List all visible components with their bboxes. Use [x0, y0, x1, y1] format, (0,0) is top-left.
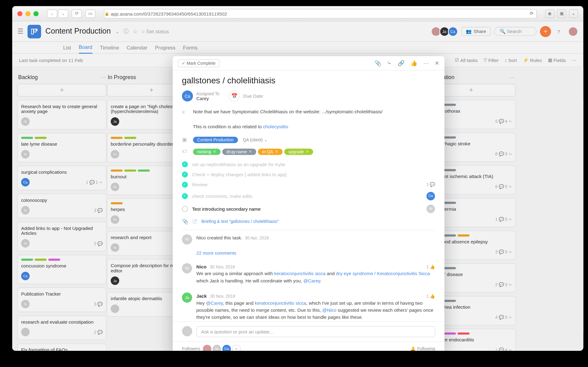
- more-comments-link[interactable]: 22 more comments: [182, 249, 435, 259]
- filter-button[interactable]: ▽ Filter: [484, 57, 499, 63]
- column-menu-icon[interactable]: ⋯: [100, 74, 106, 80]
- reader-icon[interactable]: ◉: [545, 9, 554, 18]
- like-count[interactable]: 1 👍: [426, 293, 435, 300]
- mark-complete-button[interactable]: ✓ Mark Complete: [178, 59, 219, 67]
- fields-button[interactable]: ▦ Fields: [548, 57, 566, 63]
- like-count[interactable]: 1 👍: [426, 263, 435, 270]
- chevron-down-icon[interactable]: ⌄: [115, 28, 119, 34]
- task-card[interactable]: Added links to app - Not Upgraded Articl…: [17, 222, 107, 251]
- url-bar[interactable]: 🔒 app.asana.com/0/372623796340450/654130…: [104, 9, 536, 18]
- link[interactable]: @Nico: [322, 307, 336, 313]
- sidebar-toggle[interactable]: ▭: [85, 9, 95, 18]
- reload-icon[interactable]: ⟳: [530, 11, 534, 16]
- window-close[interactable]: [17, 11, 23, 16]
- task-card[interactable]: colonoscopyNi3 💬: [17, 194, 107, 218]
- tab-board[interactable]: Board: [79, 44, 93, 54]
- add-task-button[interactable]: +: [17, 84, 107, 96]
- subtask-row[interactable]: Test introducing secondary nameNi: [182, 202, 435, 215]
- assignee-field[interactable]: Ca Assigned To Carey: [182, 91, 220, 102]
- remove-tag-icon[interactable]: ✕: [249, 150, 252, 154]
- task-card[interactable]: surgical complicationsCa1 💬 1 ⤷: [17, 166, 107, 191]
- copy-link-icon[interactable]: 🔗: [398, 60, 404, 67]
- sort-button[interactable]: ↕ Sort: [505, 57, 517, 63]
- remove-tag-icon[interactable]: ✕: [213, 150, 216, 154]
- subtask-row[interactable]: ✓check comments, make editsCa: [182, 190, 435, 203]
- subtask-row[interactable]: ✓Review1 💬: [182, 180, 435, 190]
- check-done-icon[interactable]: ✓: [182, 182, 188, 187]
- tab-list[interactable]: List: [63, 45, 71, 50]
- share-button[interactable]: 👥 Share: [461, 27, 491, 36]
- task-title[interactable]: gallstones / cholelithiasis: [182, 76, 435, 85]
- tab-calendar[interactable]: Calendar: [127, 45, 148, 50]
- task-description[interactable]: Note that we have Symptomatic Cholelithi…: [193, 108, 382, 131]
- member-avatars[interactable]: Ja Ca: [433, 26, 458, 36]
- tag-pill[interactable]: in-QA ✕: [258, 149, 283, 155]
- link[interactable]: @Carey: [303, 278, 320, 283]
- menu-icon[interactable]: ☰: [17, 27, 27, 35]
- tabs-icon[interactable]: ▣: [557, 9, 566, 18]
- link[interactable]: dry eye syndrome / Keratoconjunctivitis …: [336, 271, 430, 276]
- tag-pill[interactable]: drug-name ✕: [222, 149, 257, 155]
- comment-date: 30 Nov, 2018: [210, 263, 235, 270]
- card-title: Added links to app - Not Upgraded Articl…: [21, 226, 103, 236]
- task-card[interactable]: concussion syndromeCa: [17, 255, 107, 284]
- subtask-row[interactable]: ✓set up nephrolithiasis as an upgrade fo…: [182, 159, 435, 169]
- close-icon[interactable]: ✕: [435, 60, 439, 67]
- check-done-icon[interactable]: ✓: [182, 193, 188, 199]
- check-empty-icon[interactable]: [182, 206, 188, 212]
- task-card[interactable]: research and evaluate constipation2 💬: [17, 315, 107, 340]
- all-tasks-filter[interactable]: ☑ All tasks: [455, 57, 478, 63]
- card-title: research and evaluate constipation: [21, 319, 103, 325]
- add-button[interactable]: +: [540, 26, 551, 37]
- task-card[interactable]: Fix formatting of FAQs: [17, 343, 107, 351]
- remove-tag-icon[interactable]: ✕: [306, 150, 309, 154]
- subtask-title: Review: [192, 182, 207, 187]
- back-button[interactable]: ‹: [47, 9, 57, 18]
- task-card[interactable]: Publication TrackerNi3 💬: [17, 288, 107, 312]
- follower-avatar[interactable]: Ni: [213, 345, 221, 351]
- check-done-icon[interactable]: ✓: [182, 161, 188, 167]
- more-icon[interactable]: ⋯: [572, 57, 576, 63]
- tag-pill[interactable]: ranking ✕: [193, 149, 221, 155]
- task-card[interactable]: Research best way to create general anxi…: [17, 100, 107, 129]
- star-icon[interactable]: ☆: [133, 28, 137, 34]
- more-icon[interactable]: ⋯: [423, 60, 429, 67]
- new-tab-icon[interactable]: +: [569, 9, 578, 18]
- tab-forms[interactable]: Forms: [183, 45, 197, 50]
- rules-button[interactable]: ⚡ Rules: [523, 57, 542, 63]
- remove-tag-icon[interactable]: ✕: [275, 150, 278, 154]
- link[interactable]: cholecystitis: [263, 124, 288, 129]
- add-follower-button[interactable]: +: [232, 345, 241, 351]
- like-icon[interactable]: 👍: [411, 60, 417, 67]
- user-avatar[interactable]: [568, 26, 578, 36]
- following-toggle[interactable]: 🔔 Following: [410, 347, 435, 351]
- tab-timeline[interactable]: Timeline: [100, 45, 119, 50]
- column-menu-icon[interactable]: ⋯: [509, 74, 515, 80]
- forward-button[interactable]: ›: [58, 9, 68, 18]
- link[interactable]: keratoconjunctivitis sicca: [274, 271, 326, 276]
- link[interactable]: keratoconjunctivitis sicca: [255, 300, 306, 306]
- set-status[interactable]: ○ Set status: [142, 28, 169, 34]
- help-icon[interactable]: ?: [554, 27, 563, 36]
- follower-avatar[interactable]: Ca: [222, 345, 231, 351]
- comment-input[interactable]: Ask a question or post an update...: [196, 326, 435, 337]
- subtask-title: check comments, make edits: [192, 194, 252, 199]
- section-dropdown[interactable]: QA (client) ⌄: [243, 138, 268, 142]
- search-input[interactable]: 🔍 Search: [494, 27, 537, 36]
- subtask-icon[interactable]: ⤷: [387, 60, 392, 67]
- check-done-icon[interactable]: ✓: [182, 172, 188, 177]
- window-min[interactable]: [25, 11, 31, 16]
- subtask-row[interactable]: ✓Check + deploy changes [ added links to…: [182, 169, 435, 180]
- window-max[interactable]: [34, 11, 39, 16]
- task-card[interactable]: late lyme diseaseNi: [17, 133, 107, 162]
- info-icon[interactable]: ⓘ: [123, 28, 129, 35]
- project-pill[interactable]: Content Production: [193, 137, 238, 143]
- tag-pill[interactable]: upgrade ✕: [284, 149, 313, 155]
- follower-avatar[interactable]: [203, 345, 211, 351]
- due-date-field[interactable]: 📅 Due Date: [229, 91, 263, 102]
- attachment-link[interactable]: Briefing & text "gallstones / cholelithi…: [202, 219, 279, 224]
- reload-button[interactable]: ⟳: [72, 9, 82, 18]
- attach-icon[interactable]: 📎: [374, 60, 381, 67]
- tab-progress[interactable]: Progress: [155, 45, 175, 50]
- link[interactable]: @Carey: [206, 300, 223, 306]
